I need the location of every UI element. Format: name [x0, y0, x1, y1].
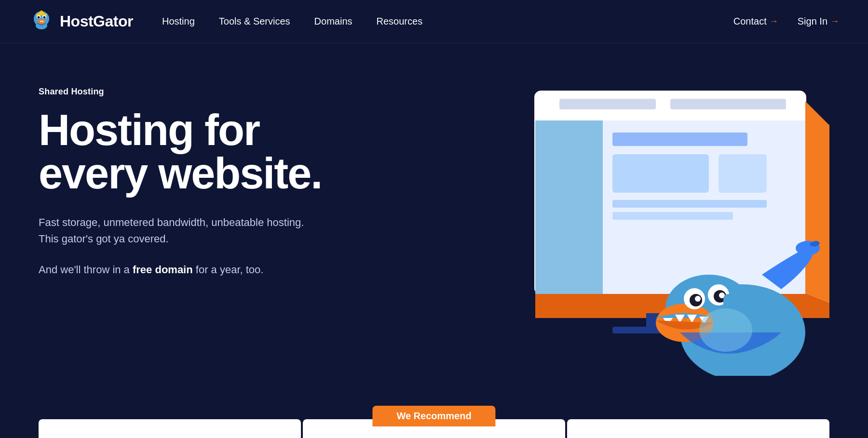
logo-icon: [29, 9, 54, 34]
contact-arrow-icon: →: [770, 16, 778, 27]
svg-rect-21: [612, 212, 733, 220]
nav-resources[interactable]: Resources: [377, 16, 423, 27]
svg-rect-18: [612, 154, 709, 193]
plans-section: Hatchling Plan We Recommend Baby Plan Bu…: [0, 419, 868, 438]
plan-card-baby[interactable]: We Recommend Baby Plan: [303, 419, 565, 438]
nav-contact[interactable]: Contact →: [733, 16, 778, 27]
svg-rect-16: [535, 120, 603, 294]
nav-tools-services[interactable]: Tools & Services: [219, 16, 290, 27]
plan-card-hatchling[interactable]: Hatchling Plan: [39, 419, 301, 438]
plan-card-business[interactable]: Business Plan: [567, 419, 829, 438]
hero-title: Hosting for every website.: [39, 108, 376, 195]
svg-point-4: [38, 16, 40, 18]
svg-point-35: [695, 296, 701, 302]
hero-content: Shared Hosting Hosting for every website…: [39, 77, 376, 278]
hero-illustration: [463, 63, 849, 376]
nav-domains[interactable]: Domains: [314, 16, 353, 27]
brand-name: HostGator: [60, 13, 133, 30]
svg-rect-6: [36, 13, 47, 15]
svg-rect-8: [40, 21, 41, 22]
logo-area[interactable]: HostGator: [29, 9, 133, 34]
svg-rect-19: [719, 154, 767, 193]
hero-label: Shared Hosting: [39, 87, 376, 97]
svg-rect-14: [670, 99, 786, 109]
sign-in-arrow-icon: →: [830, 16, 839, 27]
nav-sign-in[interactable]: Sign In →: [798, 16, 839, 27]
svg-point-39: [699, 308, 752, 352]
nav-right: Contact → Sign In →: [733, 16, 839, 27]
hero-section: Shared Hosting Hosting for every website…: [0, 43, 868, 400]
hero-free-domain-text: And we'll throw in a free domain for a y…: [39, 262, 309, 278]
svg-point-5: [43, 16, 46, 18]
svg-rect-20: [612, 200, 767, 208]
hero-subtitle: Fast storage, unmetered bandwidth, unbea…: [39, 214, 309, 247]
svg-rect-17: [612, 133, 747, 146]
svg-rect-13: [559, 99, 656, 109]
svg-rect-9: [42, 21, 43, 22]
nav-hosting[interactable]: Hosting: [162, 16, 195, 27]
navbar: HostGator Hosting Tools & Services Domai…: [0, 0, 868, 43]
nav-links: Hosting Tools & Services Domains Resourc…: [162, 16, 733, 27]
recommended-badge: We Recommend: [372, 406, 495, 426]
svg-rect-12: [535, 111, 805, 120]
